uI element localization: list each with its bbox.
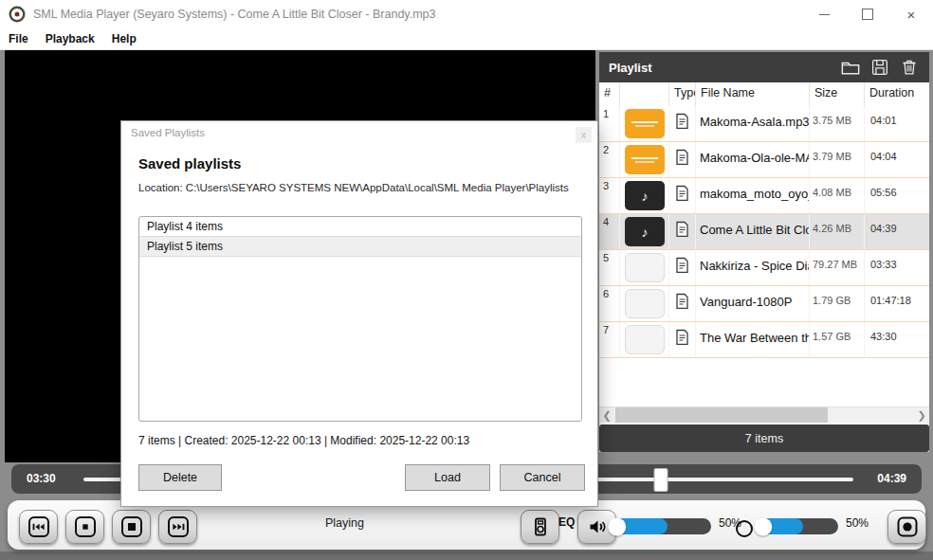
column-header-size[interactable]: Size xyxy=(810,82,865,106)
playlist-row[interactable]: 4♪Come A Little Bit Close4.26 MB04:39 xyxy=(599,214,929,250)
file-duration: 04:01 xyxy=(865,106,929,141)
file-duration: 03:33 xyxy=(865,250,929,285)
column-header-duration[interactable]: Duration xyxy=(865,82,929,106)
stop-button[interactable] xyxy=(112,510,151,544)
delete-playlist-button[interactable] xyxy=(899,58,920,77)
file-name: Makoma-Asala.mp3 xyxy=(696,106,810,141)
album-art-thumbnail xyxy=(625,325,665,354)
delete-button[interactable]: Delete xyxy=(138,464,222,491)
file-name: makoma_moto_oyo_m xyxy=(696,178,810,213)
window-controls: × xyxy=(802,0,933,28)
volume-thumb[interactable] xyxy=(608,517,626,535)
cancel-button[interactable]: Cancel xyxy=(500,464,585,491)
balance-slider[interactable] xyxy=(759,518,838,534)
document-icon xyxy=(675,185,689,201)
document-icon xyxy=(675,329,689,345)
close-button[interactable]: × xyxy=(889,0,933,28)
playlist-horizontal-scrollbar[interactable]: ❮ ❯ xyxy=(599,406,929,423)
record-icon xyxy=(896,515,919,538)
scroll-right-arrow[interactable]: ❯ xyxy=(914,407,929,423)
save-icon xyxy=(871,59,888,76)
row-number: 3 xyxy=(599,178,620,213)
menu-playback[interactable]: Playback xyxy=(37,32,103,45)
row-number: 5 xyxy=(599,250,620,285)
column-header--[interactable]: # xyxy=(599,82,620,106)
dialog-title: Saved Playlists xyxy=(131,127,205,138)
playlist-row[interactable]: 1Makoma-Asala.mp33.75 MB04:01 xyxy=(599,106,929,142)
saved-playlist-item[interactable]: Playlist 5 items xyxy=(139,236,581,257)
scroll-left-arrow[interactable]: ❮ xyxy=(599,407,614,423)
file-duration: 04:04 xyxy=(865,142,929,177)
saved-playlists-dialog: Saved Playlists x Saved playlists Locati… xyxy=(120,120,598,507)
balance-percent: 50% xyxy=(846,516,869,530)
playlist-column-headers: #TypeFile NameSizeDuration xyxy=(599,82,929,107)
file-size: 4.08 MB xyxy=(810,178,865,213)
playlist-meta-status: 7 items | Created: 2025-12-22 00:13 | Mo… xyxy=(138,434,469,447)
stop-square-icon xyxy=(120,515,143,538)
volume-slider[interactable] xyxy=(613,518,711,534)
album-art-thumbnail: ♪ xyxy=(625,217,665,246)
open-playlist-button[interactable] xyxy=(840,58,861,77)
minimize-icon xyxy=(819,14,830,15)
file-size: 1.79 GB xyxy=(810,286,865,321)
equalizer-button[interactable] xyxy=(521,510,559,544)
next-track-button[interactable] xyxy=(158,510,197,544)
file-name: Come A Little Bit Close xyxy=(696,214,810,249)
column-header-type[interactable]: Type xyxy=(669,82,696,106)
close-icon: × xyxy=(907,8,916,22)
document-icon xyxy=(675,293,689,309)
scrollbar-thumb[interactable] xyxy=(615,407,828,423)
file-size: 1.57 GB xyxy=(810,322,865,357)
title-bar[interactable]: SML Media Player (Seyaro Systems) - Come… xyxy=(0,0,933,28)
playlist-row[interactable]: 6Vanguard-1080P1.79 GB01:47:18 xyxy=(599,286,929,322)
speaker-icon xyxy=(587,516,608,537)
window-title: SML Media Player (Seyaro Systems) - Come… xyxy=(33,8,435,21)
file-duration: 43:30 xyxy=(865,322,929,357)
thumbnail-cell xyxy=(620,322,669,357)
skip-previous-icon xyxy=(27,515,50,538)
menu-help[interactable]: Help xyxy=(103,32,145,45)
transport-row: Playing EQ 50% 50% xyxy=(0,498,933,560)
seek-thumb[interactable] xyxy=(654,468,668,492)
music-note-icon: ♪ xyxy=(642,190,649,203)
playlists-location: Location: C:\Users\SEYARO SYSTEMS NEW\Ap… xyxy=(138,182,569,193)
dialog-close-button[interactable]: x xyxy=(576,127,592,143)
balance-thumb[interactable] xyxy=(754,517,772,535)
load-button[interactable]: Load xyxy=(405,464,490,491)
file-name: Vanguard-1080P xyxy=(696,286,810,321)
saved-playlists-list[interactable]: Playlist 4 itemsPlaylist 5 items xyxy=(138,216,582,422)
playlist-header: Playlist xyxy=(599,52,929,82)
album-art-thumbnail xyxy=(625,109,665,138)
file-type-cell xyxy=(669,322,696,357)
column-header-thumbnail[interactable] xyxy=(620,82,669,106)
file-type-cell xyxy=(669,214,696,249)
row-number: 1 xyxy=(599,106,620,141)
document-icon xyxy=(675,257,689,273)
playlist-rows: 1Makoma-Asala.mp33.75 MB04:012Makoma-Ola… xyxy=(599,106,929,407)
saved-playlist-item[interactable]: Playlist 4 items xyxy=(139,217,581,236)
file-name: The War Between the I xyxy=(696,322,810,357)
thumbnail-cell: ♪ xyxy=(620,214,669,249)
row-number: 7 xyxy=(599,322,620,357)
row-number: 2 xyxy=(599,142,620,177)
pause-button[interactable] xyxy=(65,510,104,544)
playback-status: Playing xyxy=(325,516,364,530)
row-number: 6 xyxy=(599,286,620,321)
file-type-cell xyxy=(669,106,696,141)
album-art-thumbnail: ♪ xyxy=(625,181,665,210)
column-header-file-name[interactable]: File Name xyxy=(696,82,810,106)
file-size: 3.79 MB xyxy=(810,142,865,177)
menu-file[interactable]: File xyxy=(0,32,37,45)
playlist-row[interactable]: 7The War Between the I1.57 GB43:30 xyxy=(599,322,929,358)
maximize-button[interactable] xyxy=(846,0,889,28)
small-square-icon xyxy=(74,515,97,538)
previous-track-button[interactable] xyxy=(19,510,58,544)
playlist-row[interactable]: 2Makoma-Ola-ole-MAk3.79 MB04:04 xyxy=(599,142,929,178)
save-playlist-button[interactable] xyxy=(869,58,890,77)
file-duration: 04:39 xyxy=(865,214,929,249)
playlist-row[interactable]: 3♪makoma_moto_oyo_m4.08 MB05:56 xyxy=(599,178,929,214)
file-size: 3.75 MB xyxy=(810,106,865,141)
record-button[interactable] xyxy=(887,510,926,544)
playlist-row[interactable]: 5Nakkiriza - Spice Diana79.27 MB03:33 xyxy=(599,250,929,286)
minimize-button[interactable] xyxy=(802,0,846,28)
